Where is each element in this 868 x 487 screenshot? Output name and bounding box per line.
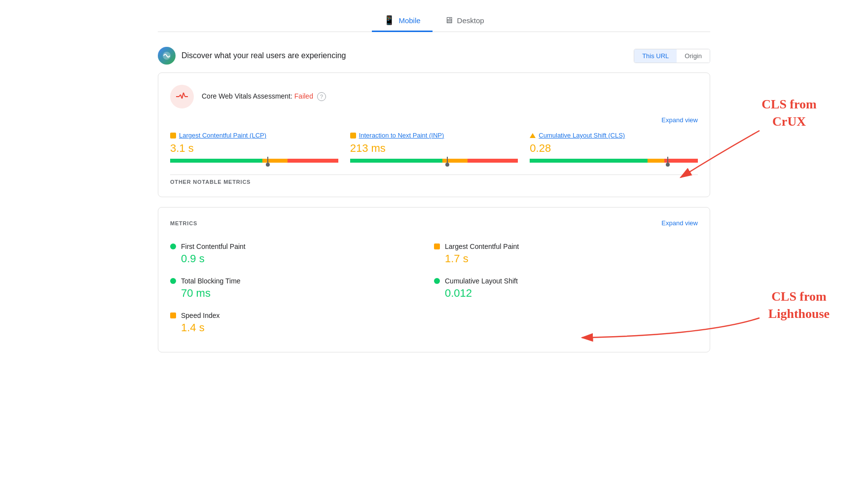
si-value: 1.4 s — [170, 321, 434, 334]
metric-si: Speed Index 1.4 s — [170, 306, 434, 340]
lcp2-status-square — [434, 244, 440, 249]
tab-desktop-label: Desktop — [457, 16, 484, 25]
cls-bar-orange — [648, 159, 664, 163]
metric-inp: Interaction to Next Paint (INP) 213 ms — [350, 132, 518, 163]
header-left: Discover what your real users are experi… — [158, 47, 346, 65]
cls-bar-green — [530, 159, 647, 163]
cls2-label: Cumulative Layout Shift — [445, 277, 518, 285]
assessment-label: Core Web Vitals Assessment: — [202, 92, 292, 100]
cwv-metrics-grid: Largest Contentful Paint (LCP) 3.1 s Int… — [170, 132, 698, 163]
assessment-header: Core Web Vitals Assessment: Failed ? — [170, 85, 698, 108]
lcp-value: 3.1 s — [170, 142, 338, 155]
inp-bar-marker — [447, 157, 448, 165]
cls-bar-marker — [667, 157, 668, 165]
svg-line-5 — [183, 93, 185, 97]
tab-mobile[interactable]: 📱 Mobile — [372, 10, 432, 32]
expand-view-link-lh[interactable]: Expand view — [661, 219, 698, 227]
tbt-label-row: Total Blocking Time — [170, 277, 434, 285]
crux-annotation-text: CLS from — [761, 97, 817, 111]
other-metrics-label: OTHER NOTABLE METRICS — [170, 174, 698, 185]
lighthouse-annotation-text2: Lighthouse — [768, 307, 830, 321]
tab-mobile-label: Mobile — [398, 16, 420, 25]
inp-bar-red — [468, 159, 518, 163]
lighthouse-metrics-card: METRICS Expand view First Contentful Pai… — [158, 207, 710, 352]
lcp-bar — [170, 159, 338, 163]
lcp-bar-marker — [267, 157, 268, 165]
inp-bar — [350, 159, 518, 163]
header-title: Discover what your real users are experi… — [181, 51, 346, 60]
lcp2-label-row: Largest Contentful Paint — [434, 243, 698, 250]
cls2-status-dot — [434, 278, 440, 284]
cls2-label-row: Cumulative Layout Shift — [434, 277, 698, 285]
fcp-label: First Contentful Paint — [181, 243, 246, 250]
cls-bar-red — [664, 159, 698, 163]
metric-tbt: Total Blocking Time 70 ms — [170, 271, 434, 306]
metric-lcp: Largest Contentful Paint (LCP) 3.1 s — [170, 132, 338, 163]
cls2-value: 0.012 — [434, 287, 698, 300]
fcp-label-row: First Contentful Paint — [170, 243, 434, 250]
assessment-title-group: Core Web Vitals Assessment: Failed ? — [202, 92, 326, 101]
si-status-square — [170, 313, 176, 318]
origin-button[interactable]: Origin — [677, 49, 710, 63]
lcp-bar-green — [170, 159, 262, 163]
metrics-section-header: METRICS Expand view — [170, 219, 698, 227]
metric-inp-label[interactable]: Interaction to Next Paint (INP) — [350, 132, 518, 139]
metric-lcp2: Largest Contentful Paint 1.7 s — [434, 237, 698, 271]
cls-value: 0.28 — [530, 142, 698, 155]
lcp-bar-orange — [262, 159, 288, 163]
cls-bar — [530, 159, 698, 163]
metrics-right-col: Largest Contentful Paint 1.7 s Cumulativ… — [434, 237, 698, 340]
fcp-status-dot — [170, 244, 176, 249]
tbt-status-dot — [170, 278, 176, 284]
metric-cls-label[interactable]: Cumulative Layout Shift (CLS) — [530, 132, 698, 139]
expand-view-link-cwv[interactable]: Expand view — [661, 116, 698, 124]
inp-value: 213 ms — [350, 142, 518, 155]
lcp-indicator — [170, 133, 176, 139]
inp-indicator — [350, 133, 356, 139]
mobile-icon: 📱 — [384, 15, 395, 26]
inp-bar-orange — [442, 159, 468, 163]
lcp2-label: Largest Contentful Paint — [445, 243, 519, 250]
cls-indicator — [530, 133, 536, 138]
header-row: Discover what your real users are experi… — [158, 47, 710, 65]
tab-desktop[interactable]: 🖥 Desktop — [433, 10, 496, 32]
inp-bar-green — [350, 159, 442, 163]
header-icon — [158, 47, 176, 65]
lcp2-value: 1.7 s — [434, 252, 698, 265]
this-url-button[interactable]: This URL — [634, 49, 677, 63]
metric-fcp: First Contentful Paint 0.9 s — [170, 237, 434, 271]
metric-cls: Cumulative Layout Shift (CLS) 0.28 — [530, 132, 698, 163]
crux-annotation-text2: CrUX — [772, 114, 806, 129]
url-origin-toggle: This URL Origin — [634, 49, 710, 63]
lcp-bar-red — [288, 159, 338, 163]
metric-cls2: Cumulative Layout Shift 0.012 — [434, 271, 698, 306]
tbt-label: Total Blocking Time — [181, 277, 241, 285]
help-icon[interactable]: ? — [317, 92, 326, 101]
core-web-vitals-card: Core Web Vitals Assessment: Failed ? Exp… — [158, 72, 710, 197]
svg-line-4 — [182, 93, 183, 99]
si-label-row: Speed Index — [170, 312, 434, 319]
lighthouse-metrics-grid: First Contentful Paint 0.9 s Total Block… — [170, 237, 698, 340]
metrics-section-label: METRICS — [170, 220, 197, 226]
assessment-icon — [170, 85, 194, 108]
tbt-value: 70 ms — [170, 287, 434, 300]
metric-lcp-label[interactable]: Largest Contentful Paint (LCP) — [170, 132, 338, 139]
si-label: Speed Index — [181, 312, 220, 319]
desktop-icon: 🖥 — [444, 15, 453, 26]
metrics-left-col: First Contentful Paint 0.9 s Total Block… — [170, 237, 434, 340]
assessment-status: Failed — [294, 92, 313, 100]
expand-row-cwv: Expand view — [170, 116, 698, 124]
fcp-value: 0.9 s — [170, 252, 434, 265]
lighthouse-annotation-text: CLS from — [771, 289, 827, 304]
tab-bar: 📱 Mobile 🖥 Desktop — [158, 10, 710, 32]
